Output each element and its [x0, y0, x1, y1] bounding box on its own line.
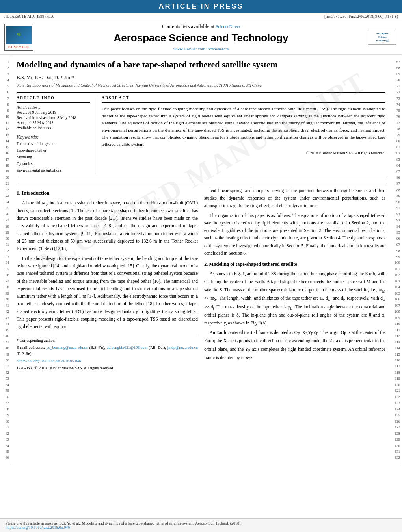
footnotes: * Corresponding author. E-mail addresses…	[17, 335, 198, 371]
bottom-cite-line1: Please cite this article in press as: B.…	[6, 521, 396, 525]
author-affiliation: State Key Laboratory of Mechanics and Co…	[17, 83, 385, 87]
intro-para-2: In the above design for the experiments …	[17, 255, 198, 331]
email-link-1[interactable]: yu_bensong@nuaa.edu.cn	[46, 345, 87, 350]
section2-para-1: As shown in Fig. 1, an on-orbit TSS duri…	[204, 270, 385, 326]
footnote-issn: 1270-9638/© 2018 Elsevier Masson SAS. Al…	[17, 365, 198, 371]
keywords-section: Keywords: Tethered satellite system Tape…	[17, 134, 90, 174]
abstract-section: ABSTRACT This paper focuses on the rigid…	[102, 96, 385, 174]
email-link-3[interactable]: jmdp@nuaa.edu.cn	[167, 345, 198, 350]
keywords-label: Keywords:	[17, 134, 90, 140]
meta-right: [m5G; v1.236; Prn:12/06/2018; 9:06] P.1 …	[324, 14, 398, 19]
keyword-3: Modeling	[17, 154, 90, 160]
logo-inner-text: 🌿	[17, 33, 21, 37]
abstract-text: This paper focuses on the rigid-flexible…	[102, 105, 385, 148]
intro-para-3: lent linear springs and dampers serving …	[204, 187, 385, 210]
bottom-cite-line2[interactable]: https://doi.org/10.1016/j.ast.2018.05.04…	[6, 525, 396, 530]
sciencedirect-link[interactable]: ScienceDirect	[216, 24, 240, 29]
bottom-citation-bar: Please cite this article in press as: B.…	[0, 518, 402, 532]
contents-link[interactable]: Contents lists available at ScienceDirec…	[39, 23, 363, 30]
elsevier-logo: 🌿 ELSEVIER	[4, 24, 35, 51]
section2-para-2: An Earth-centered inertial frame is deno…	[204, 329, 385, 361]
intro-para-1: A bare thin-cylindrical or tape-shaped t…	[17, 199, 198, 252]
keyword-2: Tape-shaped tether	[17, 147, 90, 154]
article-info-label: ARTICLE INFO	[17, 96, 90, 100]
available-online: Available online xxxx	[17, 126, 90, 130]
footnote-email: E-mail addresses: yu_bensong@nuaa.edu.cn…	[17, 345, 198, 357]
right-line-numbers: 676869707172 737475767778 798081828384 8…	[391, 55, 402, 465]
copyright-line: © 2018 Elsevier Masson SAS. All rights r…	[102, 151, 385, 155]
journal-center: Contents lists available at ScienceDirec…	[39, 23, 363, 51]
meta-left: JID: AESCTE AID: 4599 /FLA	[4, 14, 54, 19]
section-divider	[17, 183, 385, 183]
journal-url[interactable]: www.elsevier.com/locate/aescte	[39, 46, 363, 51]
accepted-date: Accepted 25 May 2018	[17, 120, 90, 125]
journal-header: 🌿 ELSEVIER Contents lists available at S…	[0, 20, 402, 55]
abstract-label: ABSTRACT	[102, 96, 385, 100]
keyword-5: Environmental perturbations	[17, 167, 90, 174]
section1-heading: 1. Introduction	[17, 189, 198, 197]
left-line-numbers: 123456 789101112 131415161718 1920212223…	[0, 55, 11, 465]
meta-line: JID: AESCTE AID: 4599 /FLA [m5G; v1.236;…	[0, 13, 402, 20]
elsevier-text: ELSEVIER	[8, 45, 30, 49]
body-col-right: lent linear springs and dampers serving …	[204, 187, 385, 372]
section2-heading: 2. Modeling of tape-shaped tethered sate…	[204, 260, 385, 269]
body-col-left: 1. Introduction A bare thin-cylindrical …	[17, 187, 198, 372]
footnote-star: * Corresponding author.	[17, 337, 198, 344]
keywords-list: Tethered satellite system Tape-shaped te…	[17, 140, 90, 174]
keyword-4: Dynamics	[17, 160, 90, 167]
body-two-col: 1. Introduction A bare thin-cylindrical …	[17, 187, 385, 372]
history-label: Article history:	[17, 105, 90, 109]
main-content: 123456 789101112 131415161718 1920212223…	[0, 55, 402, 465]
contents-text: Contents lists available at	[162, 23, 216, 29]
article-body: ACCEPTED MANUSCRIPT Modeling and dynamic…	[11, 55, 391, 465]
right-logo-title: AerospaceScienceTechnology	[370, 32, 394, 43]
email-link-2[interactable]: daipengbin621@163.com	[107, 345, 147, 350]
article-authors: B.S. Yu, P.B. Dai, D.P. Jin *	[17, 74, 385, 81]
journal-logo-right: AerospaceScienceTechnology	[367, 30, 398, 45]
footnote-doi: https://doi.org/10.1016/j.ast.2018.05.04…	[17, 358, 198, 364]
article-info: ARTICLE INFO Article history: Received 9…	[17, 96, 95, 174]
article-info-abstract: ARTICLE INFO Article history: Received 9…	[17, 92, 385, 177]
journal-title: Aerospace Science and Technology	[39, 32, 363, 44]
intro-para-4: The organization of this paper is as fol…	[204, 212, 385, 258]
received-date: Received 9 January 2018	[17, 110, 90, 115]
bottom-cite-doi-link[interactable]: https://doi.org/10.1016/j.ast.2018.05.04…	[6, 525, 70, 530]
received-revised-date: Received in revised form 8 May 2018	[17, 115, 90, 120]
article-in-press-banner: ARTICLE IN PRESS	[0, 0, 402, 13]
keyword-1: Tethered satellite system	[17, 140, 90, 147]
doi-link[interactable]: https://doi.org/10.1016/j.ast.2018.05.04…	[17, 359, 81, 363]
article-title: Modeling and dynamics of a bare tape-sha…	[17, 59, 385, 70]
